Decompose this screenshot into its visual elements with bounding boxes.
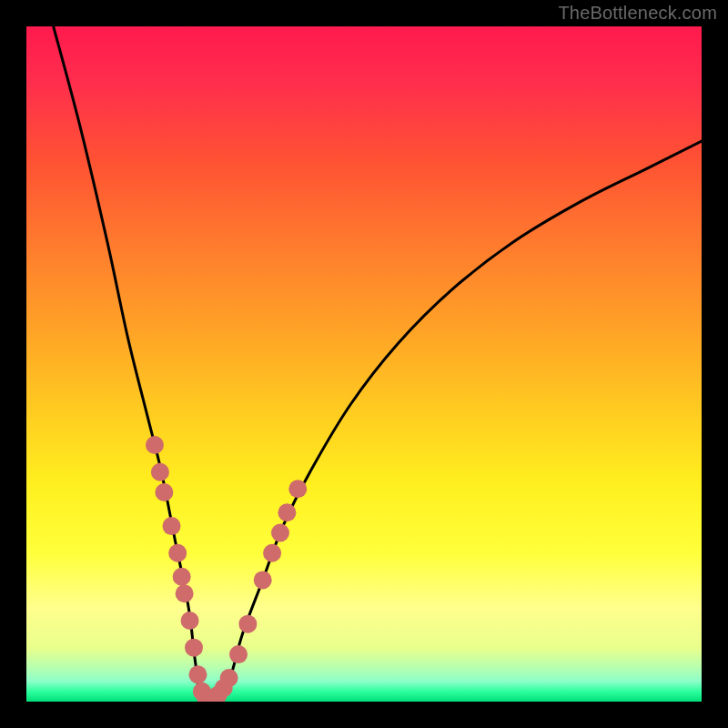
marker-dot: [146, 436, 164, 454]
marker-dot: [220, 669, 238, 687]
marker-dot: [229, 645, 248, 663]
marker-dot: [238, 615, 257, 633]
bottleneck-chart-svg: [26, 26, 702, 702]
marker-dot: [151, 463, 169, 481]
marker-dot: [188, 665, 207, 683]
marker-dot: [185, 639, 203, 657]
marker-dot: [254, 571, 272, 589]
marker-dot: [278, 503, 296, 521]
bottleneck-curve: [54, 26, 702, 702]
marker-dot: [163, 517, 181, 535]
marker-dot: [176, 584, 194, 602]
chart-area: [26, 26, 702, 702]
marker-dot: [168, 544, 187, 562]
highlighted-points-group: [146, 436, 307, 702]
marker-dot: [173, 568, 191, 586]
marker-dot: [155, 483, 173, 501]
marker-dot: [271, 524, 289, 542]
marker-dot: [181, 612, 199, 630]
watermark-text: TheBottleneck.com: [558, 3, 717, 24]
marker-dot: [288, 480, 307, 498]
marker-dot: [263, 544, 281, 562]
